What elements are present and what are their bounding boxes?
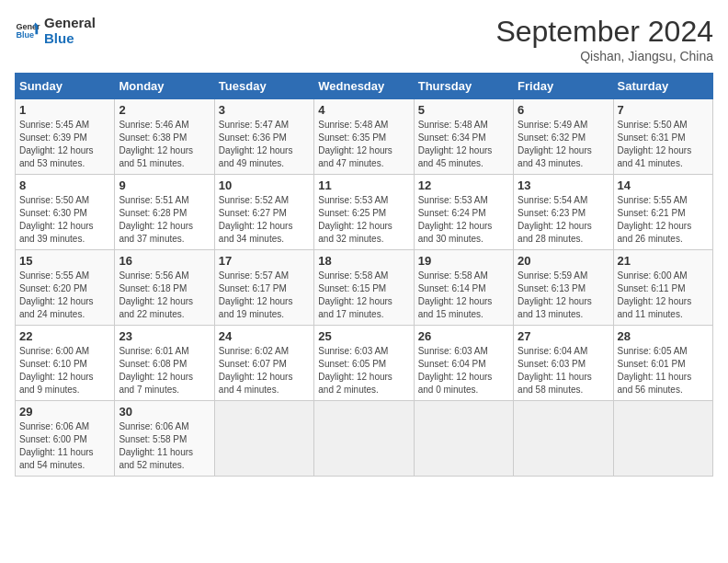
day-info: Sunrise: 5:48 AM Sunset: 6:35 PM Dayligh… [318,119,409,170]
day-number: 25 [318,329,409,343]
day-info: Sunrise: 5:56 AM Sunset: 6:18 PM Dayligh… [119,270,210,321]
day-number: 13 [518,178,609,192]
day-info: Sunrise: 6:05 AM Sunset: 6:01 PM Dayligh… [618,345,709,396]
weekday-header: Thursday [414,74,513,99]
day-info: Sunrise: 6:06 AM Sunset: 5:58 PM Dayligh… [119,420,210,472]
day-info: Sunrise: 5:53 AM Sunset: 6:24 PM Dayligh… [418,194,509,246]
day-info: Sunrise: 6:01 AM Sunset: 6:08 PM Dayligh… [119,345,210,396]
day-number: 20 [518,254,609,268]
day-info: Sunrise: 6:00 AM Sunset: 6:10 PM Dayligh… [19,345,110,396]
weekday-header: Sunday [16,74,115,99]
day-number: 7 [618,103,709,117]
svg-text:Blue: Blue [16,30,34,40]
day-info: Sunrise: 5:46 AM Sunset: 6:38 PM Dayligh… [119,119,210,170]
calendar-week-row: 29Sunrise: 6:06 AM Sunset: 6:00 PM Dayli… [16,401,713,477]
day-info: Sunrise: 5:49 AM Sunset: 6:32 PM Dayligh… [518,119,609,170]
month-title: September 2024 [495,15,713,49]
calendar-week-row: 8Sunrise: 5:50 AM Sunset: 6:30 PM Daylig… [16,175,713,250]
calendar-week-row: 22Sunrise: 6:00 AM Sunset: 6:10 PM Dayli… [16,326,713,401]
day-number: 2 [119,103,210,117]
day-number: 3 [219,103,310,117]
day-info: Sunrise: 6:06 AM Sunset: 6:00 PM Dayligh… [19,420,110,472]
day-info: Sunrise: 5:54 AM Sunset: 6:23 PM Dayligh… [518,194,609,246]
calendar-cell: 1Sunrise: 5:45 AM Sunset: 6:39 PM Daylig… [16,99,115,175]
day-number: 27 [518,329,609,343]
day-info: Sunrise: 5:47 AM Sunset: 6:36 PM Dayligh… [219,119,310,170]
day-info: Sunrise: 5:57 AM Sunset: 6:17 PM Dayligh… [219,270,310,321]
day-info: Sunrise: 5:50 AM Sunset: 6:30 PM Dayligh… [19,194,110,246]
calendar-cell: 3Sunrise: 5:47 AM Sunset: 6:36 PM Daylig… [214,99,313,175]
day-info: Sunrise: 5:48 AM Sunset: 6:34 PM Dayligh… [418,119,509,170]
day-info: Sunrise: 5:58 AM Sunset: 6:14 PM Dayligh… [418,270,509,321]
calendar-cell: 20Sunrise: 5:59 AM Sunset: 6:13 PM Dayli… [514,250,613,326]
calendar-cell: 2Sunrise: 5:46 AM Sunset: 6:38 PM Daylig… [115,99,214,175]
calendar-cell: 7Sunrise: 5:50 AM Sunset: 6:31 PM Daylig… [613,99,712,175]
location: Qishan, Jiangsu, China [495,49,713,63]
calendar-cell [414,401,513,477]
weekday-header: Friday [514,74,613,99]
weekday-header: Monday [115,74,214,99]
calendar-cell: 21Sunrise: 6:00 AM Sunset: 6:11 PM Dayli… [613,250,712,326]
calendar-cell: 10Sunrise: 5:52 AM Sunset: 6:27 PM Dayli… [214,175,313,250]
day-number: 5 [418,103,509,117]
day-info: Sunrise: 5:55 AM Sunset: 6:21 PM Dayligh… [618,194,709,246]
calendar-cell: 9Sunrise: 5:51 AM Sunset: 6:28 PM Daylig… [115,175,214,250]
logo-line2: Blue [44,30,96,46]
calendar-cell [314,401,414,477]
calendar-cell: 27Sunrise: 6:04 AM Sunset: 6:03 PM Dayli… [514,326,613,401]
calendar-cell: 29Sunrise: 6:06 AM Sunset: 6:00 PM Dayli… [16,401,115,477]
page-header: General Blue General Blue September 2024… [15,15,713,63]
logo-icon: General Blue [15,17,40,43]
day-number: 24 [219,329,310,343]
day-info: Sunrise: 6:00 AM Sunset: 6:11 PM Dayligh… [618,270,709,321]
calendar-cell: 11Sunrise: 5:53 AM Sunset: 6:25 PM Dayli… [314,175,414,250]
calendar-cell: 16Sunrise: 5:56 AM Sunset: 6:18 PM Dayli… [115,250,214,326]
day-number: 19 [418,254,509,268]
weekday-header: Saturday [613,74,712,99]
day-number: 4 [318,103,409,117]
calendar-cell: 23Sunrise: 6:01 AM Sunset: 6:08 PM Dayli… [115,326,214,401]
day-number: 23 [119,329,210,343]
day-number: 12 [418,178,509,192]
header-row: SundayMondayTuesdayWednesdayThursdayFrid… [16,74,713,99]
day-number: 17 [219,254,310,268]
day-info: Sunrise: 6:03 AM Sunset: 6:05 PM Dayligh… [318,345,409,396]
day-number: 11 [318,178,409,192]
day-info: Sunrise: 5:53 AM Sunset: 6:25 PM Dayligh… [318,194,409,246]
calendar-week-row: 1Sunrise: 5:45 AM Sunset: 6:39 PM Daylig… [16,99,713,175]
calendar-body: 1Sunrise: 5:45 AM Sunset: 6:39 PM Daylig… [16,99,713,477]
weekday-header: Wednesday [314,74,414,99]
day-number: 30 [119,405,210,419]
day-number: 21 [618,254,709,268]
calendar-header: SundayMondayTuesdayWednesdayThursdayFrid… [16,74,713,99]
calendar-cell: 22Sunrise: 6:00 AM Sunset: 6:10 PM Dayli… [16,326,115,401]
logo: General Blue General Blue [15,15,96,46]
weekday-header: Tuesday [214,74,313,99]
calendar-cell: 30Sunrise: 6:06 AM Sunset: 5:58 PM Dayli… [115,401,214,477]
day-number: 29 [19,405,110,419]
calendar-cell: 18Sunrise: 5:58 AM Sunset: 6:15 PM Dayli… [314,250,414,326]
day-number: 1 [19,103,110,117]
day-info: Sunrise: 6:02 AM Sunset: 6:07 PM Dayligh… [219,345,310,396]
day-number: 6 [518,103,609,117]
day-info: Sunrise: 5:52 AM Sunset: 6:27 PM Dayligh… [219,194,310,246]
calendar-cell [613,401,712,477]
day-number: 10 [219,178,310,192]
day-info: Sunrise: 5:55 AM Sunset: 6:20 PM Dayligh… [19,270,110,321]
calendar-table: SundayMondayTuesdayWednesdayThursdayFrid… [15,73,713,477]
calendar-cell: 28Sunrise: 6:05 AM Sunset: 6:01 PM Dayli… [613,326,712,401]
day-info: Sunrise: 5:45 AM Sunset: 6:39 PM Dayligh… [19,119,110,170]
day-number: 18 [318,254,409,268]
day-number: 22 [19,329,110,343]
logo-line1: General [44,15,96,30]
calendar-cell: 24Sunrise: 6:02 AM Sunset: 6:07 PM Dayli… [214,326,313,401]
calendar-cell: 12Sunrise: 5:53 AM Sunset: 6:24 PM Dayli… [414,175,513,250]
day-info: Sunrise: 6:03 AM Sunset: 6:04 PM Dayligh… [418,345,509,396]
day-number: 8 [19,178,110,192]
day-info: Sunrise: 5:51 AM Sunset: 6:28 PM Dayligh… [119,194,210,246]
calendar-cell [214,401,313,477]
day-info: Sunrise: 5:59 AM Sunset: 6:13 PM Dayligh… [518,270,609,321]
calendar-cell: 26Sunrise: 6:03 AM Sunset: 6:04 PM Dayli… [414,326,513,401]
calendar-cell: 13Sunrise: 5:54 AM Sunset: 6:23 PM Dayli… [514,175,613,250]
day-info: Sunrise: 6:04 AM Sunset: 6:03 PM Dayligh… [518,345,609,396]
